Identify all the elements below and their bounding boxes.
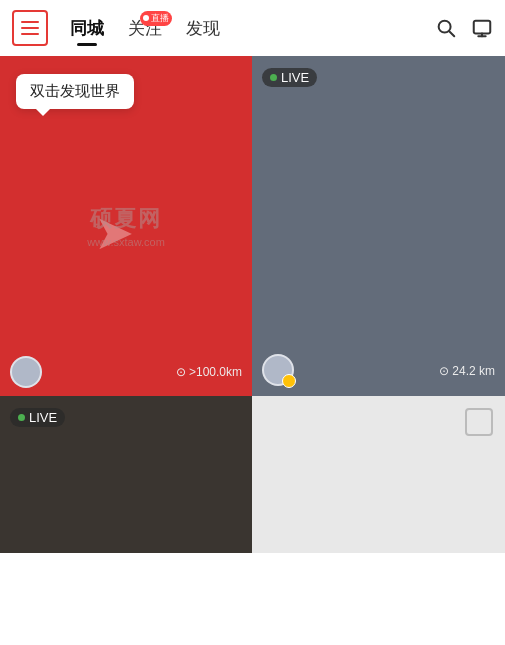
card-footer-2: ⊙ 24.2 km [252, 354, 505, 388]
distance-1: ⊙ >100.0km [176, 365, 242, 379]
live-dot-2 [270, 74, 277, 81]
bottom-right-placeholder [465, 408, 493, 436]
live-dot-3 [18, 414, 25, 421]
card-bottom-left[interactable]: LIVE [0, 396, 252, 553]
double-tap-tooltip: 双击发现世界 [16, 74, 134, 109]
svg-line-1 [449, 31, 454, 36]
svg-rect-2 [474, 21, 491, 34]
card-bottom-right[interactable] [252, 396, 505, 553]
avatar-2-wrap [262, 354, 296, 388]
live-indicator-2: LIVE [262, 68, 317, 87]
card-footer-1: ⊙ >100.0km [0, 356, 252, 388]
avatar-1 [10, 356, 42, 388]
distance-2: ⊙ 24.2 km [439, 364, 495, 378]
menu-line-1 [21, 21, 39, 23]
avatar-badge-2 [282, 374, 296, 388]
menu-button[interactable] [12, 10, 48, 46]
live-dot [143, 15, 149, 21]
card-top-right[interactable]: LIVE ⊙ 24.2 km [252, 56, 505, 396]
menu-line-3 [21, 33, 39, 35]
location-icon-1: ⊙ [176, 365, 186, 379]
screen-button[interactable] [471, 17, 493, 39]
live-indicator-3: LIVE [10, 408, 65, 427]
header-actions [435, 17, 493, 39]
arrow-icon: ➤ [94, 204, 134, 260]
nav-item-discover[interactable]: 发现 [174, 17, 232, 40]
nav-item-nearby[interactable]: card-1 同城 [58, 17, 116, 40]
content-grid: 双击发现世界 ➤ 硕夏网 www.sxtaw.com ⊙ >100.0km LI… [0, 56, 505, 553]
nav-item-follow[interactable]: 关注 直播 [116, 17, 174, 40]
card-top-left[interactable]: 双击发现世界 ➤ 硕夏网 www.sxtaw.com ⊙ >100.0km [0, 56, 252, 396]
main-nav: card-1 同城 关注 直播 发现 [58, 17, 435, 40]
header: card-1 同城 关注 直播 发现 [0, 0, 505, 56]
live-badge: 直播 [140, 11, 172, 26]
location-icon-2: ⊙ [439, 364, 449, 378]
search-button[interactable] [435, 17, 457, 39]
menu-line-2 [21, 27, 39, 29]
